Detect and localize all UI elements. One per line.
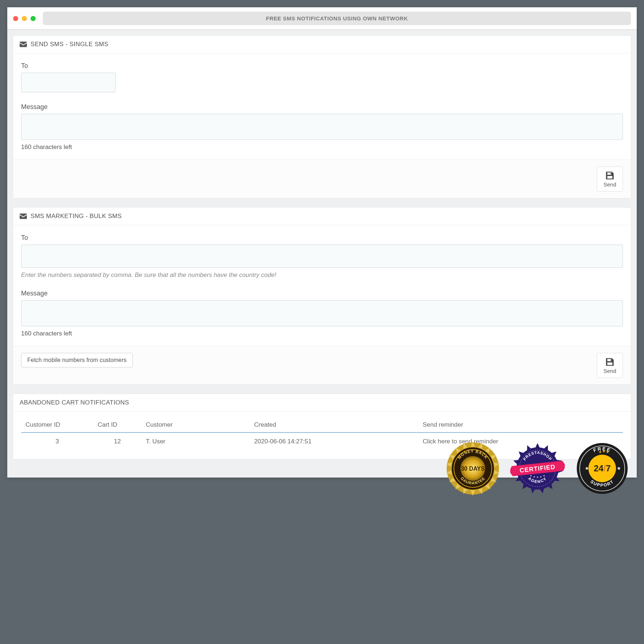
single-to-input[interactable] — [21, 73, 116, 92]
col-created: Created — [250, 418, 418, 432]
envelope-icon — [20, 213, 27, 219]
bulk-sms-panel: SMS MARKETING - BULK SMS To Enter the nu… — [13, 207, 631, 385]
col-customer: Customer — [141, 418, 250, 432]
single-sms-panel: SEND SMS - SINGLE SMS To Message 160 cha… — [13, 35, 631, 198]
envelope-icon — [20, 41, 27, 47]
svg-point-44 — [530, 475, 531, 476]
cell-cart-id: 12 — [93, 432, 141, 450]
content-area: SEND SMS - SINGLE SMS To Message 160 cha… — [7, 30, 637, 478]
col-cart-id: Cart ID — [93, 418, 141, 432]
window-title: FREE SMS NOTIFICATIONS USING OWN NETWORK — [43, 12, 631, 25]
close-dot[interactable] — [13, 16, 18, 21]
bulk-sms-title: SMS MARKETING - BULK SMS — [31, 213, 122, 220]
svg-text:30 DAYS: 30 DAYS — [461, 466, 485, 472]
bulk-sms-header: SMS MARKETING - BULK SMS — [13, 208, 631, 225]
col-send-reminder: Send reminder — [418, 418, 623, 432]
bulk-msg-label: Message — [21, 290, 623, 297]
abandoned-cart-header: ABANDONED CART NOTIFICATIONS — [13, 394, 631, 412]
fetch-numbers-button[interactable]: Fetch mobile numbers from customers — [21, 353, 133, 367]
save-icon — [605, 170, 615, 181]
col-customer-id: Customer ID — [21, 418, 93, 432]
single-send-label: Send — [603, 181, 616, 188]
cell-customer: T. User — [141, 432, 250, 450]
bulk-send-label: Send — [603, 368, 616, 374]
trust-badges: MONEY BACK GAURANTEE 30 DAYS PRESTASHOP — [446, 441, 629, 496]
svg-point-48 — [543, 475, 544, 476]
maximize-dot[interactable] — [31, 16, 36, 21]
certified-badge: PRESTASHOP AGENCY CERTIFIED — [510, 441, 565, 496]
titlebar: FREE SMS NOTIFICATIONS USING OWN NETWORK — [7, 7, 637, 30]
svg-point-47 — [540, 476, 541, 477]
single-sms-title: SEND SMS - SINGLE SMS — [31, 41, 108, 48]
svg-point-46 — [537, 476, 538, 478]
bulk-to-input[interactable] — [21, 245, 623, 268]
bulk-to-help: Enter the numbers separated by comma. Be… — [21, 271, 623, 279]
single-send-button[interactable]: Send — [597, 166, 623, 192]
bulk-msg-textarea[interactable] — [21, 300, 623, 326]
cell-created: 2020-06-06 14:27:51 — [250, 432, 418, 450]
money-back-badge: MONEY BACK GAURANTEE 30 DAYS — [446, 441, 500, 496]
svg-text:24/7: 24/7 — [594, 463, 611, 473]
single-to-label: To — [21, 62, 623, 70]
cell-customer-id: 3 — [21, 432, 93, 450]
app-window: FREE SMS NOTIFICATIONS USING OWN NETWORK… — [7, 7, 637, 478]
bulk-char-counter: 160 characters left — [21, 330, 623, 337]
svg-point-45 — [534, 476, 535, 477]
minimize-dot[interactable] — [22, 16, 27, 21]
single-char-counter: 160 characters left — [21, 144, 623, 151]
bulk-to-label: To — [21, 234, 623, 242]
window-controls — [13, 16, 36, 21]
single-msg-textarea[interactable] — [21, 114, 623, 140]
abandoned-cart-title: ABANDONED CART NOTIFICATIONS — [20, 399, 129, 406]
support-badge: FREE SUPPORT ★★ ★★★ 24/7 — [575, 441, 629, 496]
save-icon — [605, 357, 615, 367]
bulk-send-button[interactable]: Send — [597, 353, 623, 378]
single-sms-header: SEND SMS - SINGLE SMS — [13, 36, 631, 53]
single-msg-label: Message — [21, 103, 623, 111]
